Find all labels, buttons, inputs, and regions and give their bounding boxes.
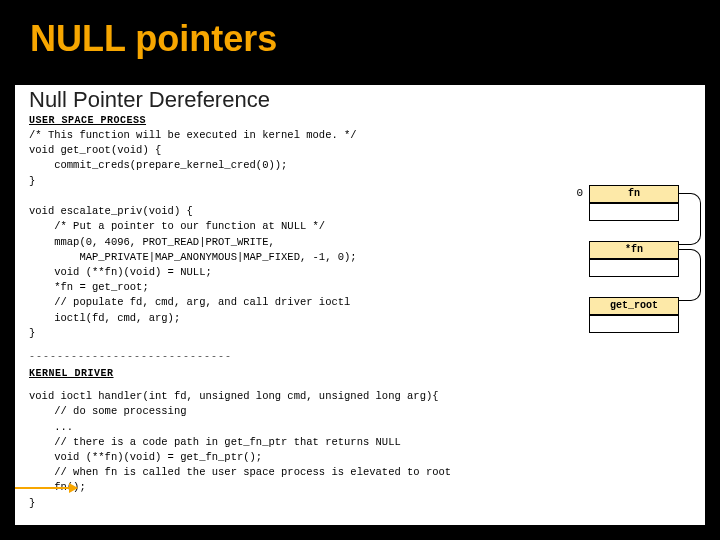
- memory-diagram: 0 fn *fn get_root: [559, 185, 699, 333]
- pointer-link-2: [679, 249, 701, 301]
- mem-box-empty-2: [589, 259, 679, 277]
- mem-addr-0: 0: [559, 185, 589, 199]
- mem-box-empty-3: [589, 315, 679, 333]
- userspace-label: USER SPACE PROCESS: [15, 115, 705, 126]
- highlight-arrow: [15, 487, 77, 489]
- slide-title: NULL pointers: [0, 0, 720, 60]
- mem-box-fn: fn: [589, 185, 679, 203]
- mem-box-starfn: *fn: [589, 241, 679, 259]
- mem-box-empty-1: [589, 203, 679, 221]
- subtitle: Null Pointer Dereference: [15, 85, 705, 115]
- divider-dashes: -----------------------------: [15, 351, 705, 362]
- kernel-code: void ioctl handler(int fd, unsigned long…: [15, 387, 705, 511]
- mem-box-getroot: get_root: [589, 297, 679, 315]
- kernel-label: KERNEL DRIVER: [15, 368, 705, 379]
- content-panel: Null Pointer Dereference USER SPACE PROC…: [15, 85, 705, 525]
- pointer-link-1: [679, 193, 701, 245]
